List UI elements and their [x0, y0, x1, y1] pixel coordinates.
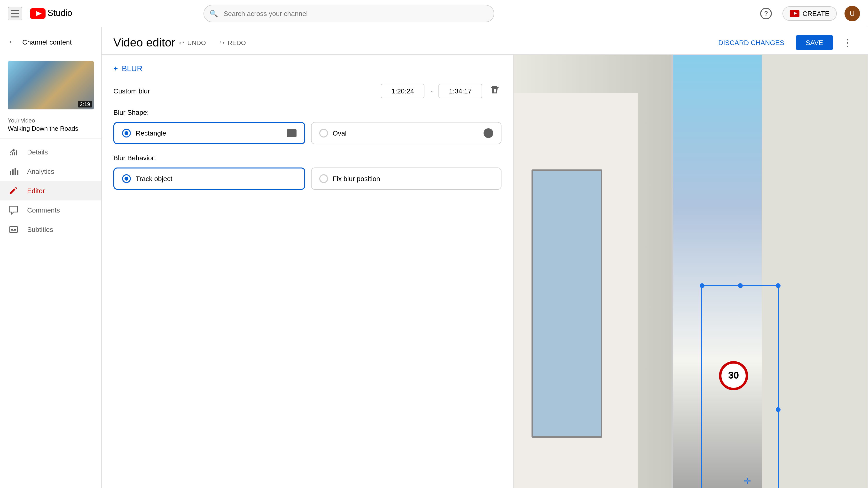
- oval-icon: [484, 128, 493, 138]
- sidebar-item-subtitles[interactable]: Subtitles: [0, 220, 101, 239]
- layout: ← Channel content 2:19 Your video Walkin…: [0, 0, 868, 488]
- redo-icon: ↪: [219, 39, 225, 46]
- details-icon: [8, 147, 20, 157]
- logo: Studio: [30, 8, 72, 19]
- video-preview: 30: [514, 55, 868, 488]
- behavior-track-object[interactable]: Track object: [113, 167, 305, 190]
- undo-label: UNDO: [187, 39, 206, 46]
- svg-rect-8: [10, 227, 18, 232]
- sidebar-item-editor[interactable]: Editor: [0, 181, 101, 200]
- behavior-fix-position[interactable]: Fix blur position: [311, 167, 501, 190]
- channel-info: Your video Walking Down the Roads: [0, 113, 101, 138]
- back-arrow-icon: ←: [8, 37, 17, 47]
- sidebar-item-analytics[interactable]: Analytics: [0, 162, 101, 181]
- handle-tl[interactable]: [700, 283, 705, 288]
- shape-options: Rectangle Oval: [113, 122, 501, 144]
- nav-left: Studio: [8, 6, 72, 20]
- sidebar-label-subtitles: Subtitles: [27, 226, 53, 233]
- shape-option-rectangle[interactable]: Rectangle: [113, 122, 305, 144]
- subtitles-icon: [8, 225, 20, 234]
- rectangle-label: Rectangle: [136, 129, 282, 137]
- svg-rect-5: [12, 169, 13, 175]
- more-options-button[interactable]: ⋮: [839, 35, 856, 51]
- svg-rect-7: [17, 170, 19, 175]
- time-separator: -: [431, 87, 433, 95]
- handle-tc[interactable]: [738, 283, 743, 288]
- fix-radio: [319, 174, 328, 183]
- hamburger-menu[interactable]: [8, 6, 22, 20]
- svg-rect-4: [10, 171, 11, 175]
- editor-body: + BLUR Custom blur - Blur Shap: [102, 55, 868, 488]
- sidebar-item-details[interactable]: Details: [0, 142, 101, 162]
- sidebar-label-editor: Editor: [27, 187, 45, 195]
- sidebar-item-comments[interactable]: Comments: [0, 200, 101, 220]
- blur-plus-icon: +: [113, 64, 118, 73]
- delete-blur-button[interactable]: [488, 83, 501, 99]
- blur-row: Custom blur -: [113, 83, 501, 99]
- editor-title: Video editor: [113, 36, 175, 50]
- sidebar-label-details: Details: [27, 148, 48, 156]
- blur-section: + BLUR Custom blur - Blur Shap: [102, 55, 513, 199]
- svg-rect-9: [11, 229, 13, 230]
- help-icon: ?: [760, 7, 772, 19]
- your-video-label: Your video: [8, 117, 94, 124]
- handle-rc[interactable]: [776, 407, 780, 412]
- avatar-initial: U: [850, 9, 855, 17]
- blur-selection-box[interactable]: [701, 285, 779, 488]
- behavior-options: Track object Fix blur position: [113, 167, 501, 190]
- help-button[interactable]: ?: [757, 5, 775, 22]
- analytics-icon: [8, 166, 20, 176]
- rectangle-radio: [122, 129, 131, 137]
- blur-behavior-heading: Blur Behavior:: [113, 154, 501, 162]
- youtube-icon: [30, 8, 45, 19]
- discard-button[interactable]: DISCARD CHANGES: [712, 35, 790, 51]
- create-button[interactable]: CREATE: [782, 6, 837, 21]
- blur-header: + BLUR: [113, 64, 501, 73]
- top-nav: Studio 🔍 ? CREATE U: [0, 0, 868, 27]
- blur-title[interactable]: BLUR: [122, 64, 143, 73]
- oval-label: Oval: [333, 129, 479, 137]
- avatar[interactable]: U: [844, 6, 860, 21]
- back-nav[interactable]: ← Channel content: [0, 31, 101, 53]
- search-icon: 🔍: [210, 9, 218, 17]
- track-radio: [122, 174, 131, 183]
- fix-label: Fix blur position: [333, 175, 380, 183]
- move-cursor-icon: ✛: [744, 476, 751, 487]
- create-flag-icon: [790, 10, 800, 17]
- nav-right: ? CREATE U: [757, 5, 860, 22]
- shape-option-oval[interactable]: Oval: [311, 122, 501, 144]
- editor-actions: ↩ UNDO ↪ REDO: [175, 37, 250, 48]
- custom-blur-label: Custom blur: [113, 87, 375, 95]
- editor-icon: [8, 186, 20, 196]
- save-button[interactable]: SAVE: [796, 35, 833, 51]
- channel-thumbnail[interactable]: 2:19: [8, 61, 94, 109]
- logo-text: Studio: [48, 8, 72, 19]
- sidebar-label-comments: Comments: [27, 206, 60, 214]
- svg-rect-6: [14, 168, 16, 175]
- svg-rect-11: [11, 230, 16, 231]
- sidebar-label-analytics: Analytics: [27, 167, 54, 175]
- svg-rect-10: [14, 229, 16, 230]
- undo-icon: ↩: [179, 39, 184, 46]
- main-content: Video editor ↩ UNDO ↪ REDO DISCARD CHANG…: [102, 27, 868, 488]
- blur-shape-heading: Blur Shape:: [113, 108, 501, 116]
- video-duration: 2:19: [78, 101, 92, 107]
- blur-start-time[interactable]: [381, 84, 425, 98]
- editor-header: Video editor ↩ UNDO ↪ REDO DISCARD CHANG…: [102, 27, 868, 55]
- search-input[interactable]: [204, 5, 494, 22]
- blur-panel: + BLUR Custom blur - Blur Shap: [102, 55, 514, 488]
- undo-button[interactable]: ↩ UNDO: [175, 37, 210, 48]
- redo-button[interactable]: ↪ REDO: [216, 37, 250, 48]
- blur-end-time[interactable]: [438, 84, 482, 98]
- redo-label: REDO: [228, 39, 246, 46]
- create-label: CREATE: [802, 9, 830, 17]
- oval-radio: [319, 129, 328, 137]
- comments-icon: [8, 205, 20, 215]
- sidebar: ← Channel content 2:19 Your video Walkin…: [0, 27, 102, 488]
- track-label: Track object: [136, 175, 172, 183]
- back-text: Channel content: [22, 38, 72, 46]
- rectangle-icon: [287, 129, 296, 137]
- search-bar: 🔍: [204, 5, 494, 22]
- video-title-sidebar: Walking Down the Roads: [8, 125, 94, 132]
- video-panel: 30: [514, 55, 868, 488]
